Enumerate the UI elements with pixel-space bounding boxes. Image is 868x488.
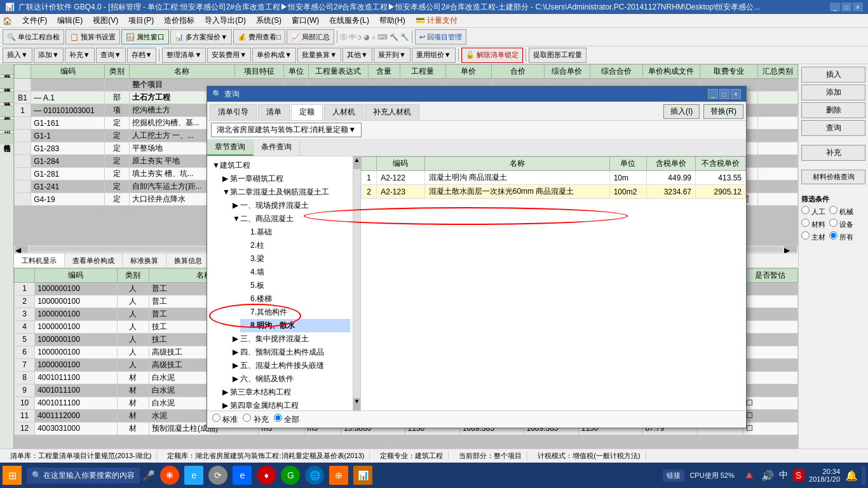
tree-item-qiang[interactable]: 4.墙: [240, 266, 350, 279]
right-btn-add[interactable]: 添加: [801, 85, 865, 100]
tree-item-ch2-2[interactable]: ▼二、商品混凝土: [230, 212, 350, 226]
taskbar-app4[interactable]: e: [233, 466, 252, 485]
tab-calc-info[interactable]: 换算信息: [166, 254, 210, 268]
condition-query-tab[interactable]: 条件查询: [254, 140, 300, 156]
menu-cost-index[interactable]: 造价指标: [159, 14, 200, 27]
toolbar-properties[interactable]: 🪟 属性窗口: [121, 29, 169, 44]
tree-item-ban[interactable]: 5.板: [240, 279, 350, 292]
tree-item-ch2-1[interactable]: ▶一、现场搅拌混凝土: [230, 199, 350, 212]
radio-labor[interactable]: 人工: [801, 206, 825, 217]
tab-list-guide[interactable]: 清单引导: [210, 104, 257, 120]
result-row-2[interactable]: 2 A2-123 混凝土散水面层一次抹光60mm 商品混凝土 100m2 323…: [362, 185, 746, 199]
tree-item-ch2-4[interactable]: ▶四、预制混凝土构件成品: [230, 346, 350, 359]
minimize-btn[interactable]: _: [830, 3, 840, 11]
taskbar-app2[interactable]: e: [184, 466, 203, 485]
tree-item-zhu[interactable]: 2.柱: [240, 239, 350, 252]
menu-payment[interactable]: 💳 计量支付: [410, 14, 463, 27]
tab-list[interactable]: 清单: [258, 104, 290, 120]
tree-item-ditch-scatter[interactable]: 8.明沟、散水: [240, 319, 350, 332]
radio-machine[interactable]: 机械: [829, 206, 853, 217]
menu-window[interactable]: 窗口(W): [287, 14, 324, 27]
taskbar-app5[interactable]: ♦: [257, 466, 276, 485]
btn-reuse[interactable]: 重用组价▼: [412, 48, 456, 63]
btn-batch-calc[interactable]: 批量换算▼: [297, 48, 341, 63]
right-btn-query[interactable]: 查询: [801, 120, 865, 136]
tree-item-other-comp[interactable]: 7.其他构件: [240, 306, 350, 319]
btn-unit-price[interactable]: 单价构成▼: [252, 48, 296, 63]
right-btn-insert[interactable]: 插入: [801, 67, 865, 83]
toolbar-budget-settings[interactable]: 📋 预算书设置: [65, 29, 120, 44]
tree-panel[interactable]: ▼建筑工程 ▶第一章砌筑工程 ▼第二章混凝土及钢筋混凝土工 ▶一、现场搅拌混凝土…: [207, 156, 353, 410]
tab-supplement-lm[interactable]: 补充人材机: [365, 104, 419, 120]
dialog-minimize[interactable]: _: [708, 89, 718, 99]
radio-standard[interactable]: 标准: [212, 414, 238, 425]
taskbar-mic[interactable]: 🎤: [142, 470, 155, 482]
tree-item-ch4[interactable]: ▶第四章金属结构工程: [220, 399, 350, 410]
radio-material[interactable]: 材料: [801, 219, 825, 229]
tab-unit-price-comp[interactable]: 查看单价构成: [65, 254, 123, 268]
tree-item-liang[interactable]: 3.梁: [240, 252, 350, 266]
menu-import-export[interactable]: 导入导出(D): [200, 14, 251, 27]
maximize-btn[interactable]: □: [841, 3, 851, 11]
taskbar-app3[interactable]: ⟳: [208, 466, 227, 485]
tree-item-ch1[interactable]: ▶第一章砌筑工程: [220, 172, 350, 186]
tree-scrollbar[interactable]: ▲ ▼: [353, 156, 361, 410]
taskbar-gldj[interactable]: 📊: [353, 466, 372, 485]
menu-project[interactable]: 项目(P): [123, 14, 159, 27]
menu-file[interactable]: 文件(F): [17, 14, 52, 27]
right-btn-material-price[interactable]: 材料价格查询: [801, 170, 865, 184]
btn-organize[interactable]: 整理清单▼: [162, 48, 206, 63]
btn-unlock[interactable]: 🔓 解除清单锁定: [461, 48, 523, 63]
close-btn[interactable]: ×: [853, 3, 863, 11]
menu-online[interactable]: 在线服务(L): [324, 14, 374, 27]
radio-equipment[interactable]: 设备: [829, 219, 853, 229]
radio-all-type[interactable]: 全部: [274, 414, 299, 425]
taskbar-show-desktop[interactable]: [862, 466, 865, 485]
chapter-query-tab[interactable]: 章节查询: [207, 140, 254, 156]
tree-item-jc[interactable]: 1.基础: [240, 226, 350, 239]
btn-extract-qty[interactable]: 提取图形工程量: [529, 48, 587, 63]
tab-quota[interactable]: 定额: [291, 104, 323, 120]
toolbar-local-sum[interactable]: 📈 局部汇总: [287, 29, 334, 44]
windows-start[interactable]: ⊞: [3, 466, 22, 485]
tree-item-ch3[interactable]: ▶第三章木结构工程: [220, 386, 350, 399]
tab-labor-material[interactable]: 人材机: [324, 104, 363, 120]
dialog-close[interactable]: ×: [731, 89, 741, 99]
tree-item-ch2[interactable]: ▼第二章混凝土及钢筋混凝土工: [220, 186, 350, 199]
tree-item-construction[interactable]: ▼建筑工程: [210, 159, 350, 172]
tab-labor-machine[interactable]: 工料机显示: [14, 254, 65, 268]
toolbar-unit-check[interactable]: 🔍 单位工程自检: [3, 29, 64, 44]
tree-item-ch2-5[interactable]: ▶五、混凝土构件接头嵌缝: [230, 359, 350, 372]
dialog-insert-btn[interactable]: 插入(I): [663, 104, 700, 119]
radio-main-mat[interactable]: 主材: [801, 231, 825, 242]
btn-other[interactable]: 其他▼: [342, 48, 372, 63]
search-bar[interactable]: 🔍 在这里输入你要搜索的内容: [27, 468, 140, 484]
tab-standard-calc[interactable]: 标准换算: [123, 254, 166, 268]
radio-all[interactable]: 所有: [829, 231, 853, 242]
result-row-1[interactable]: 1 A2-122 混凝土明沟 商品混凝土 10m 449.99 413.55: [362, 171, 746, 185]
toolbar-fee-check[interactable]: 💰 费用查看□: [233, 29, 285, 44]
tree-item-louti[interactable]: 6.楼梯: [240, 292, 350, 306]
dialog-replace-btn[interactable]: 替换(R): [703, 104, 743, 119]
btn-insert[interactable]: 插入▼: [3, 48, 32, 63]
tree-item-ch2-3[interactable]: ▶三、集中搅拌混凝土: [230, 332, 350, 346]
toolbar-return-mgmt[interactable]: ↩ 回项目管理: [415, 29, 466, 44]
right-btn-delete[interactable]: 删除: [801, 102, 865, 118]
menu-view[interactable]: 视图(V): [88, 14, 123, 27]
btn-supplement[interactable]: 补充▼: [65, 48, 95, 63]
btn-query[interactable]: 查询▼: [96, 48, 126, 63]
btn-save[interactable]: 存档▼: [127, 48, 157, 63]
taskbar-app1[interactable]: ❋: [160, 466, 179, 485]
menu-help[interactable]: 帮助(H): [374, 14, 410, 27]
dialog-maximize[interactable]: □: [719, 89, 729, 99]
taskbar-app6[interactable]: G: [281, 466, 300, 485]
taskbar-app7[interactable]: 🌐: [305, 466, 324, 485]
taskbar-app8[interactable]: ⊕: [329, 466, 348, 485]
btn-install-fee[interactable]: 安装费用▼: [207, 48, 251, 63]
tree-item-ch2-6[interactable]: ▶六、钢筋及铁件: [230, 372, 350, 386]
right-btn-supplement[interactable]: 补充: [801, 145, 865, 161]
btn-add[interactable]: 添加▼: [34, 48, 64, 63]
menu-edit[interactable]: 编辑(E): [52, 14, 88, 27]
menu-system[interactable]: 系统(S): [251, 14, 287, 27]
province-selector-btn[interactable]: 湖北省房屋建筑与装饰工程:消耗量定额▼: [211, 123, 362, 137]
